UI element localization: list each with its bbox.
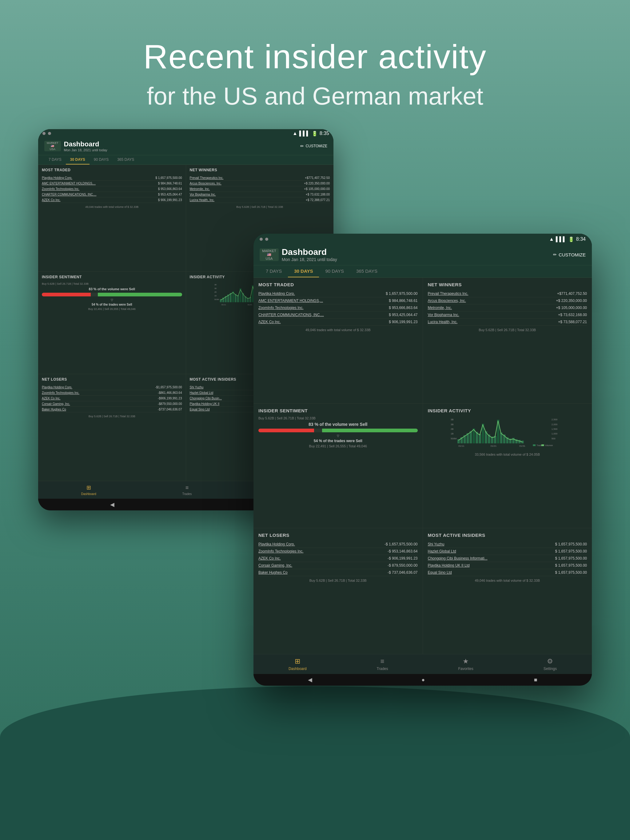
recent-button-front[interactable]: ■ xyxy=(534,677,537,683)
value: +$ 220,350,000.00 xyxy=(518,297,587,305)
customize-label-back: CUSTOMIZE xyxy=(306,144,327,148)
table-row[interactable]: Corsair Gaming, Inc.-$ 879,550,000.00 xyxy=(258,562,418,569)
customize-button-front[interactable]: ✏ CUSTOMIZE xyxy=(553,252,586,257)
table-row[interactable]: Metromile, Inc.+$ 105,000,000.00 xyxy=(428,305,587,311)
nav-settings-front[interactable]: ⚙ Settings xyxy=(544,657,557,671)
table-row[interactable]: Shi Yuzhu$ 1,657,975,500.00 xyxy=(428,541,587,548)
table-row[interactable]: Prevail Therapeutics Inc.+$771,407,752.5… xyxy=(190,175,330,181)
company-name: ZoomInfo Technologies Inc. xyxy=(42,186,136,192)
table-row[interactable]: AMC ENTERTAINMENT HOLDINGS,...$ 984,866,… xyxy=(42,181,182,186)
insider-sentiment-card-front: Insider sentiment Buy 5.62B | Sell 26.71… xyxy=(253,404,423,528)
table-row[interactable]: Playtika Holding Corp.-$1,657,975,500.00 xyxy=(42,385,182,390)
table-row[interactable]: ZoomInfo Technologies Inc.$ 953,666,863.… xyxy=(42,186,182,192)
tab-30days-back[interactable]: 30 DAYS xyxy=(66,155,90,164)
status-bar-left xyxy=(43,132,51,135)
tab-7days-front[interactable]: 7 DAYS xyxy=(260,265,288,277)
nav-favorites-front[interactable]: ★ Favorites xyxy=(458,657,473,671)
tab-7days-back[interactable]: 7 DAYS xyxy=(44,155,66,164)
value: -$906,199,991.23 xyxy=(123,395,182,401)
sell-label-front: 54 % of the trades were Sell xyxy=(258,439,418,443)
table-row[interactable]: Corsair Gaming, Inc.-$879,550,000.00 xyxy=(42,401,182,406)
table-row[interactable]: Vor Biopharma Inc.+$ 73,632,188.00 xyxy=(190,192,330,197)
dashboard-title-back: Dashboard xyxy=(64,140,108,148)
most-active-card-front: Most active insiders Shi Yuzhu$ 1,657,97… xyxy=(423,528,592,654)
tab-30days-front[interactable]: 30 DAYS xyxy=(288,265,319,277)
net-losers-card-front: Net losers Playtika Holding Corp.-$ 1,65… xyxy=(253,528,423,654)
wifi-icon-front: ▲ xyxy=(549,237,554,242)
table-row[interactable]: AZEK Co Inc.$ 906,199,991.23 xyxy=(42,197,182,203)
back-button-back[interactable]: ◀ xyxy=(110,501,114,508)
svg-text:01/21: 01/21 xyxy=(490,445,496,447)
table-row[interactable]: Chongqing Cibi Business Informati...$ 1,… xyxy=(428,555,587,562)
tab-90days-front[interactable]: 90 DAYS xyxy=(319,265,350,277)
back-button-front[interactable]: ◀ xyxy=(308,676,312,683)
value: +$ 105,000,000.00 xyxy=(269,186,330,192)
table-row[interactable]: Playtika Holding UK II Ltd$ 1,657,975,50… xyxy=(428,562,587,569)
tab-365days-front[interactable]: 365 DAYS xyxy=(350,265,384,277)
table-row[interactable]: Arcus Biosciences, Inc.+$ 220,350,000.00 xyxy=(428,297,587,305)
table-row[interactable]: Playtika Holding Corp.$ 1,657,975,500.00 xyxy=(42,175,182,181)
dashboard-icon-front: ⊞ xyxy=(295,657,300,665)
svg-text:1B: 1B xyxy=(450,432,453,435)
nav-dashboard-front[interactable]: ⊞ Dashboard xyxy=(288,657,307,671)
signal-icon-front: ▌▌▌ xyxy=(556,237,566,242)
status-dot-2 xyxy=(48,132,51,135)
main-subtitle: for the US and German market xyxy=(0,82,630,111)
company-name: ZoomInfo Technologies Inc. xyxy=(258,548,350,555)
table-row[interactable]: ZoomInfo Technologies Inc.$ 953,666,863.… xyxy=(258,305,418,311)
tab-365days-back[interactable]: 365 DAYS xyxy=(113,155,138,164)
insider-sentiment-title-front: Insider sentiment xyxy=(258,408,418,413)
dashboard-header-back: MARKET 🇺🇸 USA Dashboard Mon Jan 18, 2021… xyxy=(38,138,334,155)
person-name: Chongqing Cibi Business Informati... xyxy=(428,555,532,562)
market-label-back: MARKET 🇺🇸 USA xyxy=(44,141,61,151)
nav-trades-front[interactable]: ≡ Trades xyxy=(377,657,388,671)
table-row[interactable]: CHARTER COMMUNICATIONS, INC....$ 953,425… xyxy=(42,192,182,197)
time-display-front: 8:34 xyxy=(576,237,586,242)
battery-icon-front: 🔋 xyxy=(568,237,574,242)
table-row[interactable]: Baker Hughes Co-$ 737,046,636.07 xyxy=(258,569,418,576)
nav-dashboard-back[interactable]: ⊞ Dashboard xyxy=(81,484,96,496)
table-row[interactable]: AZEK Co Inc.-$906,199,991.23 xyxy=(42,395,182,401)
company-name: Baker Hughes Co xyxy=(42,406,123,412)
status-bar-back: ▲ ▌▌▌ 🔋 8:35 xyxy=(38,129,334,138)
table-row[interactable]: AZEK Co Inc.$ 906,199,991.23 xyxy=(258,319,418,325)
table-row[interactable]: Playtika Holding Corp.-$ 1,657,975,500.0… xyxy=(258,541,418,548)
table-row[interactable]: Playtika Holding Corp.$ 1,657,975,500.00 xyxy=(258,290,418,297)
nav-trades-back[interactable]: ≡ Trades xyxy=(182,485,192,496)
value: -$861,466,863.64 xyxy=(123,390,182,395)
value: $ 984,866,748.61 xyxy=(136,181,182,186)
customize-button-back[interactable]: ✏ CUSTOMIZE xyxy=(300,144,327,148)
table-row[interactable]: Equal Sino Ltd$ 1,657,975,500.00 xyxy=(428,569,587,576)
home-button-front[interactable]: ● xyxy=(421,677,425,683)
dashboard-icon-back: ⊞ xyxy=(86,484,91,491)
table-row[interactable]: AZEK Co Inc.-$ 906,199,991.23 xyxy=(258,555,418,562)
value: +$ 105,000,000.00 xyxy=(518,305,587,311)
person-name: Playtika Holding UK II Ltd xyxy=(428,562,532,569)
value: -$1,657,975,500.00 xyxy=(123,385,182,390)
dashboard-subtitle-front: Mon Jan 18, 2021 until today xyxy=(282,257,337,262)
sell-subtext-back: Buy 22,491 | Sell 26,555 | Total 49,046 xyxy=(42,308,182,311)
insider-sentiment-title-back: Insider sentiment xyxy=(42,275,182,279)
table-row[interactable]: ZoomInfo Technologies Inc.-$ 953,146,863… xyxy=(258,548,418,555)
net-winners-table-front: Prevail Therapeutics Inc.+$771,407,752.5… xyxy=(428,290,587,325)
svg-text:500M: 500M xyxy=(214,298,219,300)
svg-text:1,000: 1,000 xyxy=(551,432,557,435)
flag-front: 🇺🇸 xyxy=(262,253,276,257)
table-row[interactable]: Lucira Health, Inc.+$ 73,588,077.21 xyxy=(428,319,587,325)
table-row[interactable]: Vor Biopharma Inc.+$ 73,632,168.00 xyxy=(428,311,587,319)
table-row[interactable]: CHARTER COMMUNICATIONS, INC....$ 953,425… xyxy=(258,311,418,319)
company-name: ZoomInfo Technologies Inc. xyxy=(42,390,123,395)
sentiment-bar-back xyxy=(42,293,182,297)
svg-text:01/21: 01/21 xyxy=(247,304,252,306)
nav-dashboard-label-back: Dashboard xyxy=(81,492,96,496)
table-row[interactable]: Metromile, Inc.+$ 105,000,000.00 xyxy=(190,186,330,192)
tab-90days-back[interactable]: 90 DAYS xyxy=(90,155,113,164)
table-row[interactable]: Prevail Therapeutics Inc.+$771,407,752.5… xyxy=(428,290,587,297)
table-row[interactable]: Baker Hughes Co-$737,046,636.07 xyxy=(42,406,182,412)
table-row[interactable]: ZoomInfo Technologies Inc.-$861,466,863.… xyxy=(42,390,182,395)
table-row[interactable]: Lucira Health, Inc.+$ 72,388,077.21 xyxy=(190,197,330,203)
table-row[interactable]: AMC ENTERTAINMENT HOLDINGS,...$ 984,866,… xyxy=(258,297,418,305)
table-row[interactable]: Hazlet Global Ltd$ 1,657,975,500.00 xyxy=(428,548,587,555)
svg-text:3B: 3B xyxy=(450,423,453,426)
table-row[interactable]: Arcus Biosciences, Inc.+$ 220,350,000.00 xyxy=(190,181,330,186)
